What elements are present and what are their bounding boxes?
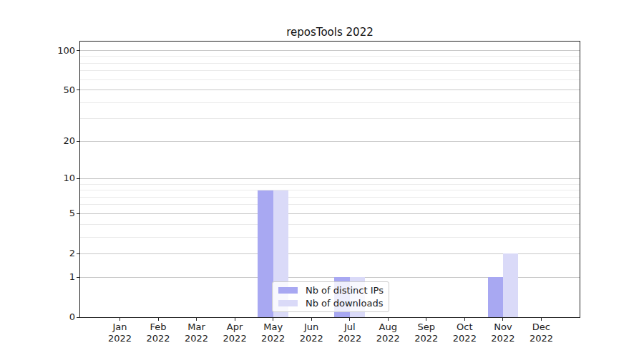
x-tick <box>502 318 503 321</box>
x-tick <box>273 318 273 321</box>
y-tick <box>77 317 79 318</box>
x-tick <box>349 318 350 321</box>
y-tick <box>77 277 79 278</box>
y-tick <box>77 213 79 214</box>
x-tick-label: Sep 2022 <box>407 321 446 344</box>
x-tick-label: Mar 2022 <box>177 321 216 344</box>
y-tick-label: 5 <box>45 208 75 219</box>
x-tick-label: Jul 2022 <box>331 321 369 344</box>
chart-figure: reposTools 2022 0125102050100Jan 2022Feb… <box>0 0 644 358</box>
x-tick <box>311 318 312 321</box>
y-tick <box>77 253 79 254</box>
x-tick-label: May 2022 <box>254 321 293 344</box>
x-tick <box>541 318 542 321</box>
y-tick <box>77 90 79 90</box>
x-tick-label: Jun 2022 <box>292 321 331 344</box>
y-tick <box>77 141 79 142</box>
x-tick <box>158 318 159 321</box>
legend-swatch-downloads <box>278 300 298 306</box>
x-tick-label: Jan 2022 <box>101 321 140 344</box>
y-tick-label: 100 <box>45 45 75 57</box>
y-tick <box>77 50 79 51</box>
y-tick-label: 10 <box>45 173 75 184</box>
y-tick-label: 1 <box>45 271 75 283</box>
x-tick <box>426 318 426 321</box>
x-tick-label: Dec 2022 <box>522 321 560 344</box>
x-tick <box>388 318 389 321</box>
x-tick <box>119 318 120 321</box>
x-tick <box>464 318 465 321</box>
legend-label-distinct-ips: Nb of distinct IPs <box>306 285 384 296</box>
x-tick-label: Aug 2022 <box>369 321 407 344</box>
y-tick <box>77 178 79 179</box>
legend-item-distinct-ips: Nb of distinct IPs <box>278 285 383 296</box>
legend: Nb of distinct IPs Nb of downloads <box>272 281 389 312</box>
legend-item-downloads: Nb of downloads <box>278 298 383 309</box>
y-tick-label: 20 <box>45 135 75 147</box>
legend-label-downloads: Nb of downloads <box>306 298 383 309</box>
y-tick-label: 50 <box>45 84 75 96</box>
x-tick <box>196 318 197 321</box>
x-tick <box>235 318 235 321</box>
y-tick-label: 2 <box>45 248 75 259</box>
y-tick-label: 0 <box>45 311 75 323</box>
legend-swatch-distinct-ips <box>278 287 298 294</box>
x-tick-label: Apr 2022 <box>215 321 254 344</box>
x-tick-label: Feb 2022 <box>139 321 177 344</box>
x-tick-label: Nov 2022 <box>484 321 522 344</box>
x-tick-label: Oct 2022 <box>445 321 484 344</box>
